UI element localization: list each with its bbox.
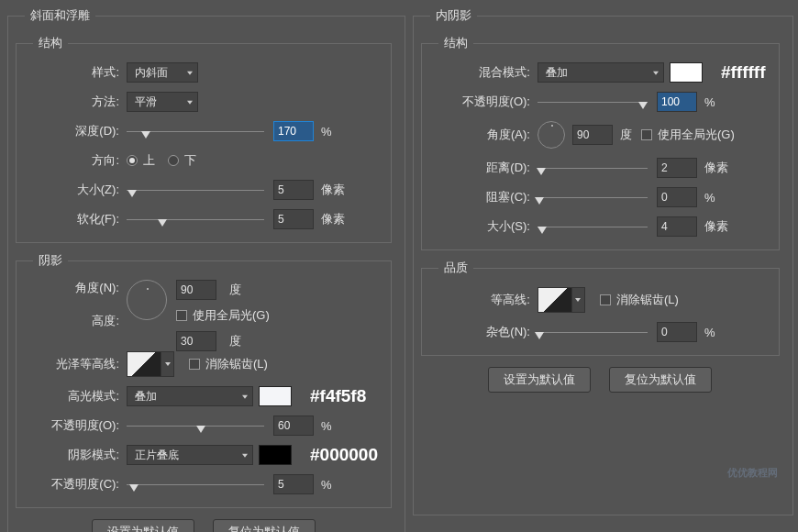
blend-mode-select[interactable]: 叠加 — [538, 62, 664, 83]
shadow-opacity-input[interactable] — [273, 474, 314, 494]
size-input[interactable] — [273, 180, 314, 200]
highlight-opacity-input[interactable] — [273, 416, 314, 436]
checkbox-icon — [641, 129, 652, 140]
inner-shadow-panel: 内阴影 结构 混合模式: 叠加 #ffffff 不透明度(O): % 角度(A)… — [413, 7, 793, 515]
choke-input[interactable] — [657, 187, 697, 207]
soften-label: 软化(F): — [24, 211, 127, 227]
bevel-emboss-title: 斜面和浮雕 — [25, 7, 95, 24]
checkbox-icon — [176, 310, 187, 321]
style-select[interactable]: 内斜面 — [127, 62, 198, 83]
depth-label: 深度(D): — [24, 123, 127, 139]
opacity-input[interactable] — [657, 92, 697, 112]
angle-input[interactable] — [176, 280, 216, 300]
inner-shadow-title: 内阴影 — [430, 7, 477, 24]
shadow-mode-label: 阴影模式: — [24, 447, 127, 463]
blend-mode-label: 混合模式: — [429, 64, 538, 81]
gloss-contour-label: 光泽等高线: — [24, 356, 127, 372]
global-light-checkbox-r[interactable]: 使用全局光(G) — [641, 127, 735, 143]
altitude-input[interactable] — [176, 331, 216, 351]
make-default-button[interactable]: 设置为默认值 — [92, 519, 194, 532]
distance-label: 距离(D): — [429, 160, 538, 176]
direction-up-radio[interactable]: 上 — [127, 152, 155, 169]
technique-select[interactable]: 平滑 — [127, 92, 198, 112]
highlight-opacity-unit: % — [321, 419, 332, 433]
opacity-slider[interactable] — [538, 93, 648, 111]
highlight-opacity-label: 不透明度(O): — [24, 417, 127, 434]
reset-default-button-r[interactable]: 复位为默认值 — [609, 367, 712, 393]
size-label: 大小(Z): — [24, 182, 127, 198]
structure-group-r: 结构 混合模式: 叠加 #ffffff 不透明度(O): % 角度(A): — [421, 35, 780, 250]
soften-unit: 像素 — [321, 211, 345, 227]
choke-label: 阻塞(C): — [429, 189, 538, 205]
size-input-r[interactable] — [657, 216, 697, 237]
inner-shadow-hex: #ffffff — [721, 62, 766, 83]
shadow-mode-select[interactable]: 正片叠底 — [127, 445, 253, 465]
quality-group: 品质 等高线: 消除锯齿(L) 杂色(N): % — [421, 260, 780, 356]
opacity-label: 不透明度(O): — [429, 94, 538, 110]
quality-title: 品质 — [438, 260, 473, 276]
altitude-unit: 度 — [229, 333, 241, 349]
global-light-checkbox[interactable]: 使用全局光(G) — [176, 307, 270, 324]
altitude-label: 高度: — [24, 313, 127, 329]
distance-input[interactable] — [657, 158, 697, 178]
chevron-down-icon[interactable] — [161, 351, 174, 377]
gloss-contour-picker[interactable] — [127, 351, 161, 377]
shadow-opacity-slider[interactable] — [127, 475, 264, 493]
soften-slider[interactable] — [127, 210, 264, 228]
size-slider-r[interactable] — [538, 217, 648, 236]
choke-slider[interactable] — [538, 188, 648, 206]
antialiased-checkbox[interactable]: 消除锯齿(L) — [189, 356, 268, 372]
shadow-hex: #000000 — [310, 445, 378, 465]
opacity-unit: % — [704, 95, 715, 109]
contour-picker[interactable] — [538, 287, 572, 313]
structure-group: 结构 样式: 内斜面 方法: 平滑 深度(D): % 方向: — [16, 35, 392, 243]
structure-title-r: 结构 — [438, 35, 473, 51]
noise-label: 杂色(N): — [429, 324, 538, 340]
noise-slider[interactable] — [538, 323, 648, 341]
size-label-r: 大小(S): — [429, 218, 538, 235]
checkbox-icon — [189, 359, 200, 370]
highlight-color-swatch[interactable] — [259, 386, 292, 406]
shading-title: 阴影 — [33, 252, 68, 269]
style-label: 样式: — [24, 64, 127, 81]
make-default-button-r[interactable]: 设置为默认值 — [488, 367, 591, 393]
angle-unit: 度 — [229, 282, 241, 298]
angle-dial[interactable] — [127, 280, 167, 320]
angle-dial-r[interactable] — [538, 121, 565, 149]
chevron-down-icon[interactable] — [572, 287, 585, 313]
checkbox-icon — [600, 294, 611, 305]
bevel-emboss-panel: 斜面和浮雕 结构 样式: 内斜面 方法: 平滑 深度(D): % 方向: — [7, 7, 405, 532]
depth-input[interactable] — [273, 121, 314, 141]
highlight-mode-label: 高光模式: — [24, 388, 127, 405]
angle-input-r[interactable] — [572, 125, 613, 145]
angle-unit-r: 度 — [620, 127, 632, 143]
highlight-mode-select[interactable]: 叠加 — [127, 386, 253, 406]
shading-group: 阴影 角度(N): 高度: 度 — [16, 252, 392, 508]
depth-unit: % — [321, 125, 332, 139]
watermark: 优优教程网 — [727, 466, 778, 480]
direction-down-radio[interactable]: 下 — [168, 152, 196, 169]
angle-label: 角度(N): — [24, 280, 127, 296]
noise-unit: % — [704, 326, 715, 339]
antialiased-checkbox-r[interactable]: 消除锯齿(L) — [600, 292, 679, 308]
radio-icon — [168, 155, 179, 166]
technique-label: 方法: — [24, 94, 127, 110]
shadow-opacity-unit: % — [321, 478, 332, 492]
highlight-opacity-slider[interactable] — [127, 416, 264, 435]
size-slider[interactable] — [127, 181, 264, 199]
inner-shadow-color-swatch[interactable] — [670, 62, 703, 83]
distance-slider[interactable] — [538, 159, 648, 177]
radio-icon — [127, 155, 138, 166]
direction-label: 方向: — [24, 152, 127, 169]
depth-slider[interactable] — [127, 122, 264, 140]
shadow-opacity-label: 不透明度(C): — [24, 476, 127, 493]
shadow-color-swatch[interactable] — [259, 445, 292, 465]
noise-input[interactable] — [657, 322, 697, 342]
soften-input[interactable] — [273, 209, 314, 229]
structure-title: 结构 — [33, 35, 68, 51]
size-unit-r: 像素 — [704, 218, 728, 235]
contour-label: 等高线: — [429, 292, 538, 308]
distance-unit: 像素 — [704, 160, 728, 176]
size-unit: 像素 — [321, 182, 345, 198]
reset-default-button[interactable]: 复位为默认值 — [213, 519, 316, 532]
